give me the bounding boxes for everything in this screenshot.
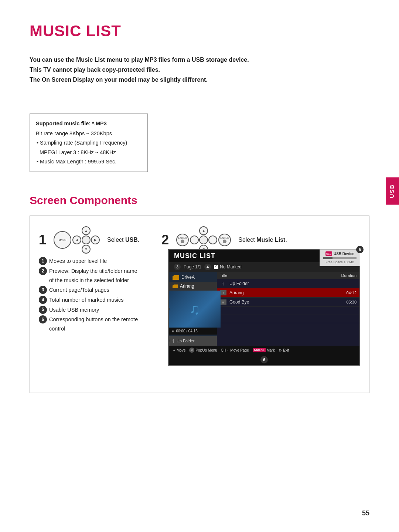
music-list-row-empty2 [217, 315, 359, 323]
page-title: MUSIC LIST [30, 22, 369, 40]
sidebar-up-folder-label: Up Folder [177, 339, 194, 343]
page-info: Page 1/1 [184, 264, 201, 270]
preview-time: 00:00 / 04:16 [176, 329, 197, 333]
label-num-3: 3 [39, 286, 47, 294]
step2-label: Select Music List. [238, 237, 287, 243]
footer-ch-label: CH [221, 348, 226, 352]
center-button-icon [82, 235, 91, 244]
marker-1: 1 [168, 337, 170, 345]
label-num-5: 5 [39, 306, 47, 314]
info-box-bullet2: • Music Max Length : 999.59 Sec. [37, 157, 140, 166]
footer-exit-label: Exit [283, 348, 289, 352]
music-list-row-goodbye: ■ Good Bye 05:30 [217, 298, 359, 307]
step1-label: Select USB. [107, 237, 139, 243]
step1-remote: MENU ▲ ◀ ▶ ▼ [54, 226, 100, 254]
marker-4: 4 [204, 264, 211, 270]
step2-number: 2 [161, 233, 169, 247]
music-list-row-empty1 [217, 307, 359, 315]
footer-movepage-label: Move Page [230, 348, 249, 352]
music-note-icon: ♫ [189, 301, 200, 318]
info-box: Supported music file: *.MP3 Bit rate ran… [30, 113, 148, 172]
music-list-row-upfolder: ↑ Up Folder [217, 279, 359, 288]
usb-free-space: Free Space 150MB [323, 260, 357, 264]
down-arrow-icon: ▼ [82, 245, 91, 254]
marker-6: 6 [260, 356, 268, 363]
music-main-list: Title Duration ↑ Up Folder ♪ [217, 272, 359, 346]
marker-5: 5 [356, 246, 364, 253]
up-arrow2-icon: ▲ [199, 226, 208, 235]
no-marked: No Marked [220, 264, 242, 270]
music-sidebar: DriveA Arirang ♫ 2 [169, 272, 217, 346]
footer-popup: ⊙ PopUp Menu [189, 348, 217, 353]
marker-3: 3 [174, 264, 181, 270]
label-text-1: Moves to upper level file [49, 257, 107, 266]
row-dur-arirang: 04:12 [334, 291, 357, 295]
up-arrow-icon: ▲ [82, 226, 91, 235]
footer-exit: ⚙ Exit [279, 348, 289, 352]
label-num-6: 6 [39, 315, 47, 323]
section-divider [30, 103, 369, 103]
menu-button-icon: MENU [54, 231, 71, 249]
intro-line1: You can use the Music List menu to play … [30, 55, 369, 65]
row-music-icon-goodbye: ■ [220, 299, 226, 305]
music-list-header: Title Duration [217, 272, 359, 279]
row-name-goodbye: Good Bye [229, 299, 331, 305]
label-item-6: 6 Corresponding buttons on the remote co… [39, 315, 139, 333]
page-number: 55 [362, 509, 369, 517]
footer-move-label: Move [177, 348, 185, 352]
label-text-4: Total number of marked musics [49, 295, 123, 305]
intro-section: You can use the Music List menu to play … [30, 55, 369, 85]
row-music-icon-arirang: ♪ [220, 290, 226, 295]
left-arrow-icon: ◀ [72, 235, 81, 244]
row-folder-icon: ↑ [220, 281, 226, 286]
right-arrow-icon: ▶ [91, 235, 100, 244]
footer-mark-badge: MARK [253, 348, 266, 352]
step1-group: 1 MENU ▲ ◀ [39, 226, 139, 254]
label-item-1: 1 Moves to upper level file [39, 257, 139, 266]
section-title: Screen Components [30, 194, 369, 207]
sidebar-drive-label: DriveA [181, 275, 195, 280]
label-text-3: Current page/Total pages [49, 285, 109, 295]
footer-mark-label: Mark [267, 348, 275, 352]
side-tab: USB [386, 177, 399, 205]
label-num-1: 1 [39, 257, 47, 265]
enter-button-icon: ENTER [176, 234, 189, 246]
footer-popup-label: PopUp Menu [195, 348, 217, 352]
sidebar-drive: DriveA [169, 272, 217, 282]
enter2-button-icon: ENTER [218, 234, 231, 246]
label-text-2: Preview: Display the title/folder name o… [49, 267, 139, 285]
label-num-4: 4 [39, 296, 47, 304]
labels-list: 1 Moves to upper level file 2 Preview: D… [39, 257, 139, 334]
preview-area: ♫ [169, 291, 221, 328]
label-text-6: Corresponding buttons on the remote cont… [49, 315, 139, 333]
footer-move: ✦ Move [173, 348, 185, 352]
label-item-5: 5 Usable USB memory [39, 305, 139, 315]
row-dur-goodbye: 05:30 [334, 300, 357, 304]
label-item-3: 3 Current page/Total pages [39, 285, 139, 295]
info-box-line1: Bit rate range 8Kbps ~ 320Kbps [36, 129, 140, 138]
col-duration: Duration [331, 273, 357, 278]
footer-popup-icon: ⊙ [189, 348, 194, 353]
intro-line3: The On Screen Display on your model may … [30, 75, 369, 85]
footer-ch-movepage: CH ⌂ Move Page [221, 348, 249, 352]
page-content: USB MUSIC LIST You can use the Music Lis… [0, 0, 399, 415]
sidebar-folder: Arirang [169, 282, 217, 291]
label-num-2: 2 [39, 267, 47, 275]
info-box-title: Supported music file: *.MP3 [36, 119, 140, 128]
intro-line2: This TV cannot play back copy-protected … [30, 65, 369, 75]
progress-bar-area: ■ 00:00 / 04:16 [169, 328, 217, 335]
label-item-2: 2 Preview: Display the title/folder name… [39, 267, 139, 285]
music-screen-footer: ✦ Move ⊙ PopUp Menu CH ⌂ Move Page MARK … [169, 346, 359, 355]
diagram-box: 1 MENU ▲ ◀ [30, 216, 369, 393]
usb-device-label: USB Device [334, 252, 354, 256]
right-arrow2-icon [208, 235, 217, 244]
row-name-arirang: Arirang [229, 290, 331, 295]
label-text-5: Usable USB memory [49, 305, 99, 315]
center2-icon [199, 235, 208, 244]
left-arrow2-icon [190, 235, 199, 244]
col-title: Title [220, 273, 331, 278]
info-box-bullet1b: MPEG1Layer 3 : 8KHz ~ 48KHz [36, 148, 140, 157]
music-list-screen: MUSIC LIST 3 Page 1/1 4 ✓ No Marked [168, 249, 360, 366]
footer-mark: MARK Mark [253, 348, 275, 352]
usb-device-badge: USB USB Device Free Space 150MB 5 [320, 249, 360, 266]
